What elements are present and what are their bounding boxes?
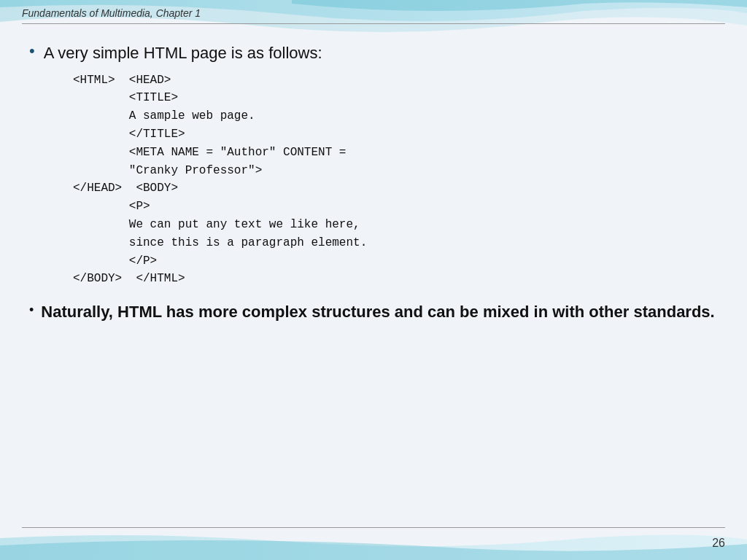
header: Fundamentals of Multimedia, Chapter 1 (0, 0, 747, 28)
bullet-dot-1: • (29, 42, 35, 61)
bullet-item-1: • A very simple HTML page is as follows: (29, 43, 718, 64)
page-number: 26 (712, 537, 725, 550)
header-title: Fundamentals of Multimedia, Chapter 1 (22, 7, 725, 19)
bottom-divider (22, 527, 725, 528)
bullet-text-1: A very simple HTML page is as follows: (44, 43, 322, 64)
bullet-item-2: • Naturally, HTML has more complex struc… (29, 301, 718, 324)
slide: Fundamentals of Multimedia, Chapter 1 • … (0, 0, 747, 560)
bullet-dot-2: • (29, 303, 34, 318)
code-block: <HTML> <HEAD> <TITLE> A sample web page.… (73, 71, 718, 289)
header-divider (22, 23, 725, 24)
main-content: • A very simple HTML page is as follows:… (0, 28, 747, 560)
bullet-text-2: Naturally, HTML has more complex structu… (41, 301, 714, 324)
